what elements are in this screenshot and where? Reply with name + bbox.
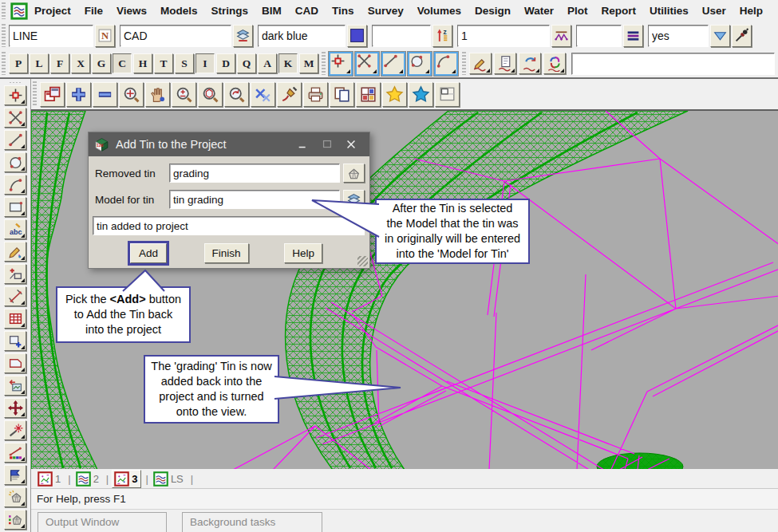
cadtinable-input[interactable] <box>649 26 708 45</box>
cad-mode-c-button[interactable]: C <box>113 53 132 73</box>
sidebar-grid-table-button[interactable] <box>4 309 26 329</box>
cad-mode-k-button[interactable]: K <box>278 53 298 73</box>
cadtinable-tool-button[interactable] <box>732 25 752 47</box>
sidebar-snap-arc-button[interactable] <box>4 175 26 195</box>
sidebar-snap-cross-button[interactable] <box>4 108 26 128</box>
menu-models[interactable]: Models <box>160 5 198 17</box>
layers-picker-button[interactable] <box>343 190 365 209</box>
menu-user[interactable]: User <box>702 5 726 17</box>
zoom-previous-button[interactable] <box>224 82 249 107</box>
sidebar-snap-line-button[interactable] <box>4 130 26 150</box>
menu-tins[interactable]: Tins <box>332 5 354 17</box>
cadstyle-input[interactable] <box>577 26 621 45</box>
cadtinable-picker-button[interactable] <box>710 25 730 47</box>
maximize-button[interactable] <box>318 135 342 154</box>
sidebar-segment-colors-button[interactable] <box>4 443 26 463</box>
menu-strings[interactable]: Strings <box>211 5 249 17</box>
sidebar-draw-pencil-button[interactable] <box>4 242 26 262</box>
minimize-button[interactable] <box>294 135 318 154</box>
toolbar-grip[interactable] <box>33 81 37 107</box>
zoom-dynamic-button[interactable] <box>172 82 196 107</box>
menu-report[interactable]: Report <box>601 5 636 17</box>
zoom-in-plus-button[interactable] <box>66 82 91 107</box>
cadheight-input[interactable] <box>373 26 430 45</box>
menu-project[interactable]: Project <box>34 5 71 17</box>
sidebar-draw-rect-button[interactable] <box>4 197 26 217</box>
view-tab-2[interactable]: 2 <box>74 471 102 487</box>
menu-plot[interactable]: Plot <box>567 5 588 17</box>
snap-target-toggle[interactable] <box>329 52 353 76</box>
plan-view-canvas[interactable]: 12d Add Tin to the Project Removed tinMo… <box>31 111 778 469</box>
delete-cross-button[interactable] <box>251 82 275 107</box>
cad-swap-button[interactable] <box>519 53 541 74</box>
model-for-tin-input[interactable] <box>170 192 339 207</box>
cad-mode-i-button[interactable]: I <box>195 53 215 73</box>
cadcolour-picker-button[interactable] <box>347 25 367 47</box>
zoom-out-minus-button[interactable] <box>93 82 117 107</box>
cad-mode-l-button[interactable]: L <box>30 53 49 73</box>
sidebar-move-arrows-button[interactable] <box>4 398 26 418</box>
cadtext-input[interactable] <box>10 26 93 45</box>
background-tasks-panel[interactable]: Background tasks <box>182 512 322 532</box>
sidebar-snap-target-button[interactable] <box>4 85 26 105</box>
snap-circle-toggle[interactable] <box>408 52 432 76</box>
print-button[interactable] <box>303 82 328 107</box>
snap-arc-toggle[interactable] <box>434 52 458 76</box>
sidebar-flag-profile-button[interactable] <box>4 465 26 485</box>
menu-volumes[interactable]: Volumes <box>417 5 461 17</box>
menu-bim[interactable]: BIM <box>262 5 282 17</box>
cad-mode-p-button[interactable]: P <box>9 53 28 73</box>
cad-page-button[interactable] <box>494 53 516 74</box>
view-tab-1[interactable]: 1 <box>36 471 64 487</box>
toolbar-grip[interactable] <box>10 82 21 83</box>
dialog-resize-grip[interactable] <box>357 256 368 266</box>
menu-water[interactable]: Water <box>524 5 554 17</box>
cadmodel-input[interactable] <box>120 26 231 45</box>
cadheight-picker-button[interactable]: z <box>432 25 452 47</box>
favorites-star-blue-button[interactable] <box>409 82 433 107</box>
removed-tin-input[interactable] <box>170 166 339 180</box>
cad-mode-m-button[interactable]: M <box>299 53 318 73</box>
sidebar-snap-circle-button[interactable] <box>4 152 26 172</box>
grid-settings-button[interactable] <box>356 82 381 107</box>
menu-survey[interactable]: Survey <box>368 5 404 17</box>
menu-views[interactable]: Views <box>117 5 147 17</box>
cad-mode-h-button[interactable]: H <box>133 53 152 73</box>
sidebar-text-abc-button[interactable]: abc <box>4 219 26 239</box>
window-layout-button[interactable] <box>435 82 460 107</box>
cad-mode-x-button[interactable]: X <box>71 53 90 73</box>
close-button[interactable] <box>342 135 366 154</box>
cad-mode-g-button[interactable]: G <box>92 53 111 73</box>
add-button[interactable]: Add <box>130 243 167 263</box>
zoom-all-button[interactable] <box>198 82 223 107</box>
cadweight-input[interactable] <box>458 26 549 45</box>
copy-view-button[interactable] <box>330 82 354 107</box>
windows-cascade-button[interactable] <box>40 82 65 107</box>
menu-help[interactable]: Help <box>740 5 763 17</box>
cadstyle-picker-button[interactable] <box>623 25 643 47</box>
sidebar-magic-wand-button[interactable] <box>4 420 26 440</box>
redraw-brush-button[interactable] <box>277 82 302 107</box>
menu-file[interactable]: File <box>85 5 103 17</box>
cad-mode-a-button[interactable]: A <box>258 53 277 73</box>
menu-cad[interactable]: CAD <box>295 5 318 17</box>
help-button[interactable]: Help <box>284 243 322 263</box>
cad-mode-t-button[interactable]: T <box>154 53 173 73</box>
cad-mode-d-button[interactable]: D <box>216 53 235 73</box>
menu-design[interactable]: Design <box>475 5 511 17</box>
snap-cross-toggle[interactable] <box>355 52 379 76</box>
cadtext-picker-button[interactable]: N <box>95 25 115 47</box>
cad-mode-f-button[interactable]: F <box>50 53 69 73</box>
view-tab-3[interactable]: 3 <box>112 470 141 488</box>
dialog-title-bar[interactable]: 12d Add Tin to the Project <box>89 132 369 156</box>
sidebar-polygon-chamfer-button[interactable] <box>4 353 26 373</box>
tin-gem-picker-button[interactable] <box>343 164 365 183</box>
cad-draw-button[interactable] <box>469 53 492 74</box>
view-tab-ls[interactable]: LS <box>152 471 187 487</box>
sidebar-tin-create-button[interactable] <box>4 487 26 507</box>
sidebar-polygon-add-button[interactable] <box>4 264 26 284</box>
snap-line-toggle[interactable] <box>381 52 405 76</box>
toolbar-grip[interactable] <box>2 24 6 47</box>
finish-button[interactable]: Finish <box>204 243 249 263</box>
output-window-panel[interactable]: Output Window <box>38 512 167 532</box>
